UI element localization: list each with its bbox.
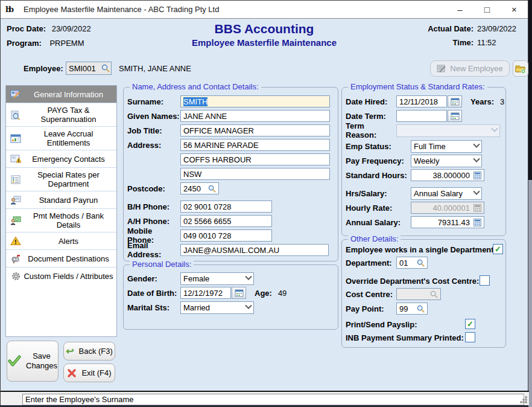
hrs-salary-value: Annual Salary	[414, 189, 463, 198]
postcode-label: Postcode:	[127, 184, 180, 193]
bh-phone-input[interactable]: 02 9001 0728	[180, 200, 272, 213]
resize-grip-icon[interactable]	[520, 396, 527, 403]
back-button[interactable]: ↩ Back (F3)	[63, 342, 115, 361]
bh-phone-value: 02 9001 0728	[183, 202, 232, 211]
job-title-value: OFFICE MANAGER	[183, 126, 254, 135]
title-bar: bb Employee Masterfile Maintenance - ABC…	[1, 1, 528, 19]
status-message-text: Enter the Employee's Surname	[25, 395, 134, 404]
actual-date-label: Actual Date:	[428, 24, 473, 33]
marital-status-select[interactable]: Married	[180, 301, 254, 314]
date-term-input[interactable]	[396, 110, 447, 122]
standard-hours-value: 38.000000	[433, 171, 470, 180]
exit-button[interactable]: Exit (F4)	[63, 364, 115, 382]
postcode-input[interactable]: 2450	[180, 182, 219, 194]
surname-value: SMITH	[183, 97, 207, 106]
print-payslip-checkbox[interactable]	[465, 319, 475, 329]
search-icon[interactable]	[208, 185, 216, 193]
hourly-rate-value: 40.000001	[433, 204, 470, 213]
standard-hours-input[interactable]: 38.000000	[411, 169, 484, 181]
search-document-icon	[8, 109, 23, 121]
sidebar-item-standard-payrun[interactable]: Standard Payrun	[6, 191, 116, 209]
inb-summary-checkbox[interactable]	[465, 332, 475, 342]
save-changes-button[interactable]: Save Changes	[7, 341, 59, 382]
warning-triangle-icon	[8, 235, 23, 247]
dob-label: Date of Birth:	[127, 289, 180, 298]
years-value: 3	[500, 97, 504, 106]
calculator-icon[interactable]	[473, 171, 481, 179]
card-warning-icon	[8, 153, 23, 165]
sidebar-item-alerts[interactable]: Alerts	[6, 232, 116, 250]
surname-input[interactable]: SMITH	[180, 95, 330, 107]
sidebar-item-label: PAYG Tax & Superannuation	[23, 106, 114, 124]
pay-point-input[interactable]: 99	[396, 303, 428, 315]
search-icon[interactable]	[417, 259, 425, 267]
date-hired-value: 12/11/2018	[399, 97, 438, 106]
screen: bb Employee Masterfile Maintenance - ABC…	[0, 0, 532, 407]
cost-centre-label: Cost Centre:	[346, 290, 396, 299]
cost-centre-input	[396, 288, 441, 300]
annual-salary-input[interactable]: 79311.43	[411, 216, 484, 228]
calculator-icon[interactable]	[473, 219, 481, 226]
employee-code-field[interactable]: SMI001	[66, 62, 112, 75]
address-line2-input[interactable]: COFFS HARBOUR	[180, 153, 330, 165]
single-department-checkbox[interactable]	[493, 244, 503, 254]
sidebar-item-special-rates-per-department[interactable]: Special Rates per Department	[6, 168, 116, 191]
gender-select[interactable]: Female	[180, 272, 254, 285]
time-value: 11:52	[477, 38, 522, 47]
sidebar-item-pmt-methods-bank-details[interactable]: Pmt Methods / Bank Details	[6, 209, 116, 232]
pay-frequency-select[interactable]: Weekly	[411, 155, 482, 167]
given-names-input[interactable]: JANE ANNE	[180, 110, 330, 122]
postcode-value: 2450	[183, 184, 201, 193]
sidebar-item-custom-fields-attributes[interactable]: Custom Fields / Attributes	[6, 268, 116, 284]
desktop-background-strip	[528, 0, 532, 180]
sidebar-item-label: Leave Accrual Entitlements	[23, 129, 114, 147]
job-title-input[interactable]: OFFICE MANAGER	[180, 124, 330, 136]
ah-phone-input[interactable]: 02 5566 6655	[180, 215, 272, 227]
date-term-label: Date Term:	[346, 112, 396, 121]
calendar-icon[interactable]	[448, 95, 462, 107]
ah-phone-label: A/H Phone:	[127, 217, 180, 226]
override-cost-centre-checkbox[interactable]	[480, 275, 490, 286]
sidebar-item-document-destinations[interactable]: Document Destinations	[6, 250, 116, 268]
calendar-icon[interactable]	[448, 110, 462, 122]
mobile-phone-value: 049 0010 728	[183, 231, 232, 240]
folder-add-icon	[515, 64, 526, 74]
search-icon[interactable]	[417, 305, 425, 313]
close-button[interactable]: ×	[501, 1, 528, 19]
sidebar-item-emergency-contacts[interactable]: Emergency Contacts	[6, 150, 116, 168]
email-input[interactable]: JANE@AUSMAIL.COM.AU	[180, 244, 329, 256]
sidebar-item-leave-accrual-entitlements[interactable]: Leave Accrual Entitlements	[6, 127, 116, 150]
given-names-label: Given Names:	[127, 112, 180, 121]
mobile-phone-input[interactable]: 049 0010 728	[180, 229, 272, 242]
search-icon[interactable]	[101, 64, 110, 72]
group-title: Other Details:	[348, 234, 401, 243]
given-names-value: JANE ANNE	[183, 112, 227, 121]
annual-salary-value: 79311.43	[438, 218, 470, 227]
sidebar-item-label: Custom Fields / Attributes	[23, 272, 114, 281]
marital-status-label: Marital Sts:	[127, 303, 180, 312]
address-line1-input[interactable]: 56 MARINE PARADE	[180, 139, 330, 151]
address-line3-input[interactable]: NSW	[180, 168, 330, 180]
employee-name: SMITH, JANE ANNE	[119, 64, 191, 73]
pay-frequency-value: Weekly	[414, 156, 439, 165]
hrs-salary-select[interactable]: Annual Salary	[411, 187, 482, 200]
calendar-icon[interactable]	[232, 287, 246, 299]
emp-status-value: Full Time	[414, 142, 446, 151]
marital-status-value: Married	[183, 303, 210, 312]
gender-value: Female	[183, 274, 209, 283]
dob-input[interactable]: 12/12/1972	[180, 287, 231, 299]
sidebar-item-payg-tax-superannuation[interactable]: PAYG Tax & Superannuation	[6, 103, 116, 127]
sidebar-item-general-information[interactable]: General Information	[6, 86, 116, 103]
department-input[interactable]: 01	[396, 257, 428, 269]
pay-frequency-label: Pay Frequency:	[346, 156, 411, 165]
new-employee-button: New Employee	[430, 60, 510, 77]
department-value: 01	[399, 258, 408, 268]
emp-status-select[interactable]: Full Time	[411, 140, 482, 153]
add-folder-button[interactable]	[513, 60, 528, 77]
maximize-button[interactable]: □	[473, 1, 501, 19]
save-changes-label: Save Changes	[26, 351, 57, 371]
date-hired-label: Date Hired:	[346, 97, 396, 106]
date-hired-input[interactable]: 12/11/2018	[396, 95, 447, 107]
term-reason-label: Term Reason:	[346, 121, 396, 139]
minimize-button[interactable]: –	[446, 1, 473, 19]
